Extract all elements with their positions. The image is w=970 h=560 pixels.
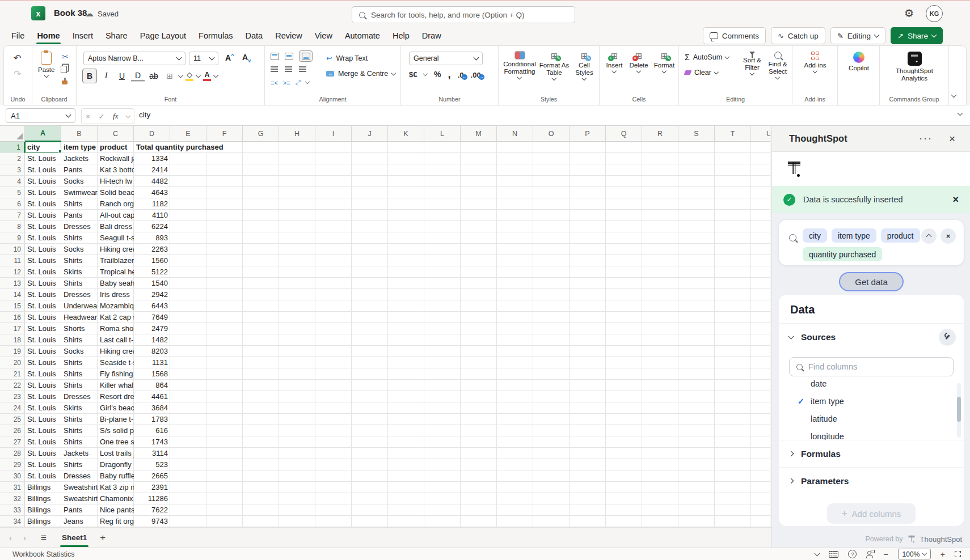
cell-qty-7[interactable]: 4110 xyxy=(134,210,170,221)
menu-tab-data[interactable]: Data xyxy=(239,27,269,44)
accounting-dropdown[interactable] xyxy=(423,71,428,76)
cell-city-29[interactable]: St. Louis xyxy=(25,459,61,470)
cell-qty-20[interactable]: 1131 xyxy=(134,357,170,368)
select-all-corner[interactable] xyxy=(0,126,25,142)
cell-type-22[interactable]: Shirts xyxy=(61,380,98,391)
copy-icon[interactable] xyxy=(62,64,67,75)
cell-product-28[interactable]: Lost trails j xyxy=(98,448,134,459)
add-sheet-button[interactable]: + xyxy=(100,532,106,544)
row-header-15[interactable]: 15 xyxy=(0,300,25,312)
cell-type-34[interactable]: Jeans xyxy=(61,516,98,527)
cell-D1[interactable]: Total quantity purchased xyxy=(134,142,231,152)
cell-qty-29[interactable]: 523 xyxy=(134,459,170,470)
decrease-decimal-button[interactable]: .0← xyxy=(458,70,464,79)
column-header-G[interactable]: G xyxy=(243,126,279,142)
source-column-item-type[interactable]: ✓item type xyxy=(779,392,964,410)
editing-mode-dropdown[interactable]: ✎Editing xyxy=(830,27,885,44)
search-token-item-type[interactable]: item type xyxy=(832,228,876,243)
catch-up-button[interactable]: ∿Catch up xyxy=(771,27,825,44)
addins-button[interactable]: Add-ins xyxy=(800,52,830,72)
status-chevron-icon[interactable] xyxy=(815,550,820,556)
column-header-B[interactable]: B xyxy=(61,126,98,142)
fx-dropdown[interactable] xyxy=(126,113,130,118)
cell-product-32[interactable]: Chamonix xyxy=(98,493,134,504)
decrease-indent-icon[interactable]: ≡< xyxy=(271,79,278,86)
menu-tab-formulas[interactable]: Formulas xyxy=(192,27,239,44)
collapse-ribbon-chevron[interactable] xyxy=(951,92,957,98)
cell-city-9[interactable]: St. Louis xyxy=(25,232,61,244)
cell-product-17[interactable]: Roma shor xyxy=(98,323,134,334)
cell-city-2[interactable]: St. Louis xyxy=(25,153,61,164)
source-column-longitude[interactable]: longitude xyxy=(779,427,964,440)
column-header-D[interactable]: D xyxy=(134,126,170,142)
row-header-3[interactable]: 3 xyxy=(0,164,25,176)
row-header-29[interactable]: 29 xyxy=(0,459,25,470)
bold-button[interactable]: B xyxy=(82,69,97,83)
row-header-4[interactable]: 4 xyxy=(0,176,25,187)
cell-type-26[interactable]: Shirts xyxy=(61,425,98,436)
cell-qty-15[interactable]: 6443 xyxy=(134,300,170,312)
menu-tab-view[interactable]: View xyxy=(309,27,339,44)
column-header-Q[interactable]: Q xyxy=(606,126,642,142)
column-header-L[interactable]: L xyxy=(424,126,461,142)
row-header-17[interactable]: 17 xyxy=(0,323,25,334)
font-color-dropdown[interactable] xyxy=(213,73,219,78)
cell-qty-19[interactable]: 8203 xyxy=(134,346,170,357)
number-format-select[interactable]: General xyxy=(409,52,483,65)
find-select-button[interactable]: Find & Select xyxy=(765,52,790,79)
merge-centre-button[interactable]: Merge & Centre xyxy=(338,70,388,78)
cut-scissors-icon[interactable]: ✂ xyxy=(62,52,69,61)
search-token-quantity-purchased[interactable]: quantity purchased xyxy=(803,247,882,261)
cell-city-33[interactable]: Billings xyxy=(25,504,61,516)
cell-qty-23[interactable]: 4461 xyxy=(134,391,170,402)
row-header-1[interactable]: 1 xyxy=(0,142,25,153)
help-icon[interactable]: ? xyxy=(848,550,857,558)
global-search-input[interactable]: Search for tools, help, and more (Option… xyxy=(352,6,575,23)
double-underline-button[interactable]: D xyxy=(131,70,145,82)
cell-type-14[interactable]: Dresses xyxy=(61,289,98,300)
row-header-14[interactable]: 14 xyxy=(0,289,25,300)
conditional-formatting-button[interactable]: Conditional Formatting xyxy=(502,52,537,79)
cell-city-12[interactable]: St. Louis xyxy=(25,266,61,278)
cell-type-6[interactable]: Shirts xyxy=(61,198,98,210)
increase-decimal-button[interactable]: .00→ xyxy=(471,70,481,79)
sources-settings-button[interactable] xyxy=(939,329,956,346)
align-bottom-selected[interactable] xyxy=(299,50,313,62)
cell-qty-12[interactable]: 5122 xyxy=(134,266,170,278)
cell-qty-2[interactable]: 1334 xyxy=(134,153,170,164)
cell-product-6[interactable]: Ranch orga xyxy=(98,198,134,210)
align-middle-icon[interactable] xyxy=(285,53,293,60)
delete-cells-button[interactable]: ⊞× Delete xyxy=(627,52,651,73)
cell-city-27[interactable]: St. Louis xyxy=(25,436,61,448)
format-as-table-button[interactable]: ⊞✎ Format As Table xyxy=(538,52,570,80)
keyboard-icon[interactable] xyxy=(829,551,838,558)
cell-qty-10[interactable]: 2263 xyxy=(134,244,170,255)
sources-section[interactable]: Sources xyxy=(779,323,964,350)
font-name-select[interactable]: Aptos Narrow B... xyxy=(83,52,185,65)
cell-product-25[interactable]: Bi-plane t- xyxy=(98,414,134,425)
cell-type-15[interactable]: Underwear xyxy=(61,300,98,312)
cell-qty-18[interactable]: 1482 xyxy=(134,334,170,346)
cell-product-16[interactable]: Kat 2 cap s xyxy=(98,312,134,323)
cell-city-10[interactable]: St. Louis xyxy=(25,244,61,255)
cell-city-25[interactable]: St. Louis xyxy=(25,414,61,425)
align-center-icon[interactable] xyxy=(285,66,292,72)
cell-qty-13[interactable]: 1540 xyxy=(134,278,170,289)
row-header-13[interactable]: 13 xyxy=(0,278,25,289)
confirm-entry-icon[interactable]: ✓ xyxy=(99,112,105,121)
find-columns-input[interactable]: Find columns xyxy=(789,357,954,376)
cell-type-19[interactable]: Socks xyxy=(61,346,98,357)
align-right-icon[interactable] xyxy=(299,66,306,72)
share-button[interactable]: ↗Share xyxy=(891,27,943,44)
thoughtspot-analytics-button[interactable]: ThoughtSpot Analytics xyxy=(890,52,939,82)
cell-product-29[interactable]: Dragonfly xyxy=(98,459,134,470)
cell-type-31[interactable]: Sweatshirt xyxy=(61,482,98,493)
row-header-2[interactable]: 2 xyxy=(0,153,25,164)
cell-qty-21[interactable]: 1568 xyxy=(134,368,170,380)
cell-type-13[interactable]: Shirts xyxy=(61,278,98,289)
cell-type-9[interactable]: Shirts xyxy=(61,232,98,244)
row-header-25[interactable]: 25 xyxy=(0,414,25,425)
clear-button[interactable]: Clear xyxy=(685,69,718,77)
row-header-23[interactable]: 23 xyxy=(0,391,25,402)
comments-button[interactable]: Comments xyxy=(703,27,766,44)
